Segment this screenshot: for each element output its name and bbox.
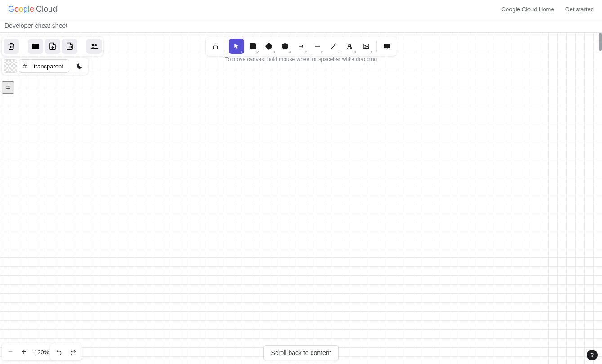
rectangle-tool[interactable]: 2 (245, 39, 260, 54)
arrow-tool[interactable]: 5 (294, 39, 309, 54)
lock-open-icon (212, 43, 219, 50)
hash-label: # (19, 59, 31, 73)
book-open-icon (383, 43, 391, 50)
zoom-value[interactable]: 120% (31, 349, 53, 355)
google-word: Google (8, 4, 34, 14)
selection-tool[interactable]: 1 (229, 39, 244, 54)
zoom-out-button[interactable]: − (4, 345, 17, 359)
live-collaboration-button[interactable] (86, 39, 102, 54)
gcp-switch-button[interactable] (2, 81, 14, 94)
canvas[interactable]: # 1 2 3 4 5 (0, 33, 602, 364)
tool-index: 1 (241, 50, 242, 54)
tool-index: 7 (338, 50, 339, 54)
svg-point-2 (92, 44, 94, 46)
folder-open-icon (31, 42, 40, 50)
undo-redo-island (50, 343, 82, 360)
undo-button[interactable] (52, 345, 66, 359)
redo-button[interactable] (67, 345, 80, 359)
tool-index: 8 (354, 50, 356, 54)
dark-mode-toggle[interactable] (73, 59, 86, 73)
scroll-back-button[interactable]: Scroll back to content (263, 345, 339, 360)
undo-icon (55, 348, 62, 355)
export-image-button[interactable] (62, 39, 77, 54)
page-title: Developer cheat sheet (4, 22, 67, 29)
tool-index: 4 (289, 50, 291, 54)
top-header: Google Cloud Google Cloud Home Get start… (0, 0, 602, 18)
open-button[interactable] (28, 39, 43, 54)
moon-icon (76, 62, 83, 70)
get-started-link[interactable]: Get started (565, 6, 594, 13)
tool-index: 2 (257, 50, 259, 54)
line-icon (314, 43, 321, 50)
canvas-background-island: # (2, 58, 88, 75)
text-icon: A (347, 42, 352, 50)
line-tool[interactable]: 6 (310, 39, 325, 54)
google-cloud-logo[interactable]: Google Cloud (8, 4, 57, 14)
tool-index: 5 (305, 50, 307, 54)
lock-tool[interactable] (208, 39, 223, 54)
scroll-thumb[interactable] (599, 33, 602, 51)
cursor-icon (233, 43, 240, 50)
tool-index: 9 (370, 50, 372, 54)
tool-index: 6 (321, 50, 323, 54)
diamond-icon (265, 43, 272, 50)
canvas-hint: To move canvas, hold mouse wheel or spac… (225, 56, 377, 62)
page-subheader: Developer cheat sheet (0, 18, 602, 33)
background-color-input[interactable] (31, 59, 69, 73)
trash-icon (7, 42, 15, 50)
swap-horizontal-icon (5, 84, 11, 91)
arrow-right-icon (298, 43, 305, 50)
svg-rect-4 (213, 46, 217, 49)
background-swatch[interactable] (4, 59, 17, 73)
zoom-in-button[interactable]: + (17, 345, 31, 359)
toolbar-separator (226, 41, 226, 52)
file-export-icon (66, 42, 74, 50)
svg-point-3 (95, 44, 97, 47)
toolbar-separator (376, 41, 377, 52)
square-icon (250, 43, 256, 49)
file-save-icon (49, 42, 57, 50)
text-tool[interactable]: A 8 (342, 39, 357, 54)
file-actions-island (2, 37, 103, 56)
tool-index: 3 (273, 50, 275, 54)
image-icon (362, 43, 370, 50)
zoom-island: − + 120% (2, 343, 54, 360)
help-button[interactable]: ? (587, 350, 598, 360)
redo-icon (70, 348, 77, 355)
save-button[interactable] (45, 39, 60, 54)
users-icon (90, 42, 98, 50)
vertical-scrollbar[interactable] (598, 33, 602, 364)
circle-icon (282, 43, 288, 49)
svg-point-8 (365, 45, 366, 46)
diamond-tool[interactable]: 3 (261, 39, 276, 54)
google-cloud-home-link[interactable]: Google Cloud Home (501, 6, 554, 13)
cloud-word: Cloud (36, 4, 57, 14)
shape-toolbar: 1 2 3 4 5 6 7 A 8 (206, 37, 397, 56)
pencil-icon (330, 43, 337, 50)
ellipse-tool[interactable]: 4 (277, 39, 293, 54)
library-button[interactable] (379, 39, 395, 54)
freedraw-tool[interactable]: 7 (326, 39, 341, 54)
image-tool[interactable]: 9 (358, 39, 374, 54)
clear-canvas-button[interactable] (4, 39, 19, 54)
